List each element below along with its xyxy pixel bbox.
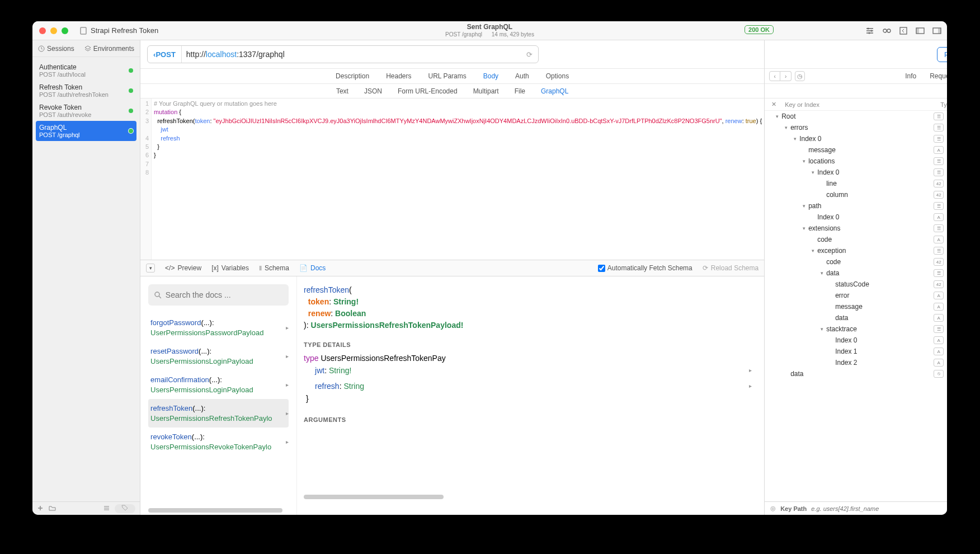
tree-row[interactable]: statusCode42400 — [765, 279, 947, 290]
subtab-json[interactable]: JSON — [364, 87, 382, 95]
arguments-heading: ARGUMENTS — [304, 416, 757, 423]
subtab-file[interactable]: File — [515, 87, 525, 95]
sidebar-item[interactable]: Revoke TokenPOST /auth/revoke — [32, 101, 140, 121]
tree-row[interactable]: ▾ extensions☰2 items — [765, 223, 947, 234]
tree-row[interactable]: messageABad Request — [765, 144, 947, 156]
request-pane: ‹POST http://localhost:1337/graphql ⟳ De… — [140, 40, 765, 515]
request-tabs: DescriptionHeadersURL ParamsBodyAuthOpti… — [140, 68, 764, 84]
folder-icon[interactable] — [49, 505, 56, 512]
keypath-input[interactable] — [811, 505, 947, 512]
plus-icon[interactable] — [37, 505, 44, 512]
tree-row[interactable]: ▾ data☰4 items — [765, 267, 947, 279]
subtab-multipart[interactable]: Multipart — [473, 87, 499, 95]
tree-row[interactable]: Index 2A at resolver (/Users/phillbramst… — [765, 357, 947, 368]
schema-tab[interactable]: ⫴ Schema — [259, 264, 289, 272]
dropdown-icon[interactable]: ▾ — [146, 264, 155, 273]
scrollbar[interactable] — [148, 508, 282, 513]
subtab-graphql[interactable]: GraphQL — [541, 87, 568, 95]
reload-icon[interactable]: ⟳ — [521, 50, 538, 59]
minimize-icon[interactable] — [50, 27, 57, 34]
tree-row[interactable]: codeAINTERNAL_SERVER_ERROR — [765, 234, 947, 245]
tree-row[interactable]: Index 0ArefreshToken — [765, 212, 947, 223]
doc-item[interactable]: resetPassword(...): UsersPermissionsLogi… — [148, 342, 289, 370]
tab-options[interactable]: Options — [546, 72, 569, 80]
history-button[interactable]: ◷ — [795, 71, 805, 81]
tree-row[interactable]: ▾ locations☰1 item — [765, 156, 947, 167]
tab-auth[interactable]: Auth — [515, 72, 529, 80]
sidebar-item[interactable]: Refresh TokenPOST /auth/refreshToken — [32, 81, 140, 101]
target-icon[interactable]: ◎ — [770, 505, 776, 512]
signature: refreshToken( token: String! renew: Bool… — [304, 284, 757, 331]
docs-detail: refreshToken( token: String! renew: Bool… — [297, 276, 764, 515]
preview-tab[interactable]: </> Preview — [165, 264, 201, 272]
tab-sessions[interactable]: Sessions — [38, 45, 74, 53]
method-selector[interactable]: ‹POST — [148, 46, 182, 63]
tree-row[interactable]: column4210 — [765, 189, 947, 200]
sidebar-tabs: Sessions Environments — [32, 40, 140, 57]
sidebar-list: AuthenticatePOST /auth/localRefresh Toke… — [32, 57, 140, 501]
subtab-text[interactable]: Text — [336, 87, 348, 95]
app-body: Sessions Environments AuthenticatePOST /… — [32, 40, 947, 515]
json-tree[interactable]: ▾ Root☰2 items▾ errors☰1 item▾ Index 0☰4… — [765, 111, 947, 501]
variables-tab[interactable]: [x] Variables — [211, 264, 249, 272]
tree-row[interactable]: Index 1A at checkBadRequest (/Users/phil… — [765, 346, 947, 357]
subtab-form-url-encoded[interactable]: Form URL-Encoded — [398, 87, 458, 95]
doc-item[interactable]: emailConfirmation(...): UsersPermissions… — [148, 370, 289, 399]
tree-row[interactable]: messageARefresh token is invalid — [765, 301, 947, 312]
reload-schema-button[interactable]: ⟳ Reload Schema — [703, 264, 758, 272]
code-editor[interactable]: 12345678 # Your GraphQL query or mutatio… — [140, 98, 764, 260]
tab-body[interactable]: Body — [483, 72, 498, 80]
forward-button[interactable]: › — [780, 71, 791, 81]
tree-row[interactable]: ▾ stacktrace☰3 items — [765, 323, 947, 335]
docs-search[interactable] — [148, 284, 289, 306]
tree-row[interactable]: line421 — [765, 178, 947, 189]
tree-row[interactable]: data⦸null — [765, 368, 947, 379]
tab-environments[interactable]: Environments — [84, 45, 134, 53]
tree-row[interactable]: ▾ exception☰3 items — [765, 245, 947, 256]
tree-row[interactable]: ▾ Root☰2 items — [765, 111, 947, 122]
tree-row[interactable]: ▾ Index 0☰4 items — [765, 133, 947, 144]
glasses-icon[interactable] — [882, 26, 891, 35]
tab-headers[interactable]: Headers — [386, 72, 411, 80]
tab-url-params[interactable]: URL Params — [428, 72, 466, 80]
sidebar-item[interactable]: AuthenticatePOST /auth/local — [32, 60, 140, 81]
docs-search-input[interactable] — [166, 290, 283, 299]
scrollbar[interactable] — [304, 495, 444, 499]
list-icon[interactable] — [103, 505, 110, 512]
app-window: Strapi Refresh Token Sent GraphQL POST /… — [32, 21, 947, 515]
url-input[interactable]: http://localhost:1337/graphql — [182, 50, 521, 59]
sidebar-item[interactable]: GraphQLPOST /graphql — [36, 121, 136, 141]
code[interactable]: # Your GraphQL query or mutation goes he… — [152, 98, 764, 260]
tree-row[interactable]: ▾ path☰1 item — [765, 200, 947, 212]
response-footer: ◎ Key Path — [765, 501, 947, 515]
response-pane: POST http://localhost:1337/graphql 200 O… — [765, 40, 947, 515]
type-field[interactable]: jwt: String!▸ — [304, 363, 757, 378]
tree-row[interactable]: ▾ Index 0☰2 items — [765, 167, 947, 178]
tree-row[interactable]: code42400 — [765, 256, 947, 267]
doc-item[interactable]: forgotPassword(...): UserPermissionsPass… — [148, 313, 289, 342]
panel-right-icon[interactable] — [932, 26, 941, 35]
tree-row[interactable]: ▾ errors☰1 item — [765, 122, 947, 133]
doc-item[interactable]: revokeToken(...): UsersPermissionsRevoke… — [148, 428, 289, 456]
doc-item[interactable]: refreshToken(...): UsersPermissionsRefre… — [148, 399, 289, 428]
settings-icon[interactable] — [865, 26, 874, 35]
zoom-icon[interactable] — [62, 27, 68, 34]
expand-icon[interactable] — [899, 26, 908, 35]
panel-left-icon[interactable] — [916, 26, 925, 35]
tab-description[interactable]: Description — [336, 72, 369, 80]
tree-row[interactable]: Index 0AError: Bad Request — [765, 335, 947, 346]
tree-row[interactable]: dataARefresh token is invalid — [765, 312, 947, 323]
resp-tab-info[interactable]: Info — [905, 72, 916, 80]
filter-tag[interactable] — [115, 504, 135, 513]
type-field[interactable]: refresh: String▸ — [304, 378, 757, 394]
docs-tab[interactable]: 📄 Docs — [299, 264, 326, 272]
collapse-all-icon[interactable]: ✕ — [771, 101, 778, 108]
auto-fetch-checkbox[interactable]: Automatically Fetch Schema — [598, 264, 692, 272]
tree-row[interactable]: errorABad Request — [765, 290, 947, 301]
layers-icon — [84, 45, 91, 52]
resp-tab-request[interactable]: Request — [930, 72, 947, 80]
close-icon[interactable] — [39, 27, 46, 34]
tree-header: ✕ Key or Index Type Value — [765, 98, 947, 111]
back-button[interactable]: ‹ — [769, 71, 780, 81]
type-decl: type UsersPermissionsRefreshTokenPay — [304, 354, 757, 363]
